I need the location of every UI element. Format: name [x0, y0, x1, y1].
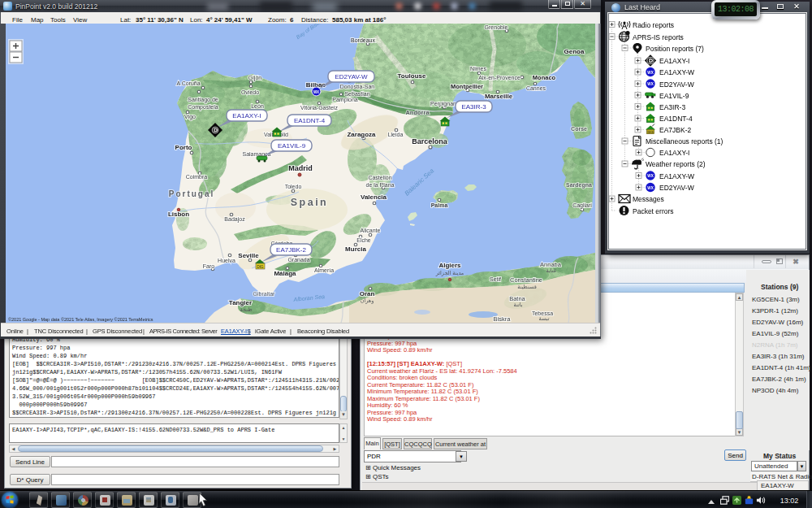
svg-text:Oviedo: Oviedo — [241, 89, 259, 95]
svg-text:EA1VIL-9: EA1VIL-9 — [659, 92, 689, 100]
svg-text:عنابة: عنابة — [546, 267, 556, 273]
svg-text:تبسة: تبسة — [538, 315, 549, 321]
svg-text:EA1AXY-I: EA1AXY-I — [232, 112, 261, 119]
svg-text:Aix-en-Provence: Aix-en-Provence — [478, 75, 520, 80]
svg-text:Santiago de: Santiago de — [188, 97, 218, 103]
svg-text:Setif: Setif — [490, 276, 501, 282]
svg-text:Almería: Almería — [314, 267, 334, 273]
svg-text:Huelva: Huelva — [218, 258, 235, 263]
svg-text:Vitoria-Gasteiz: Vitoria-Gasteiz — [300, 105, 338, 111]
svg-text:Málaga: Málaga — [274, 270, 296, 277]
svg-text:EA1VIL-9: EA1VIL-9 — [278, 142, 306, 150]
svg-text:Sardegna: Sardegna — [566, 182, 592, 189]
svg-text:Andorra: Andorra — [405, 109, 430, 116]
svg-text:Zaragoza: Zaragoza — [347, 131, 376, 138]
svg-text:باتنة: باتنة — [513, 302, 522, 307]
svg-text:Oran: Oran — [360, 290, 375, 297]
svg-text:Badajoz: Badajoz — [224, 216, 245, 223]
svg-text:Cannes: Cannes — [526, 85, 546, 91]
svg-text:قسنطينة: قسنطينة — [517, 284, 537, 289]
svg-text:EA1DNT-4: EA1DNT-4 — [294, 117, 326, 124]
svg-text:Compostela: Compostela — [188, 104, 218, 111]
svg-text:Marseille: Marseille — [485, 93, 513, 100]
svg-text:EA1AXY-W: EA1AXY-W — [659, 172, 694, 180]
svg-text:Elche: Elche — [356, 237, 371, 243]
svg-text:EA1AXY-I: EA1AXY-I — [659, 57, 690, 65]
svg-text:Packet errors: Packet errors — [633, 207, 674, 215]
svg-text:Radio reports: Radio reports — [633, 21, 674, 29]
svg-text:WX: WX — [313, 90, 319, 94]
svg-text:Biskra: Biskra — [494, 315, 512, 323]
svg-text:Perpignan: Perpignan — [430, 101, 456, 107]
svg-text:APRS-IS reports: APRS-IS reports — [633, 33, 684, 41]
svg-text:Genoa: Genoa — [564, 48, 585, 55]
svg-text:Monaco: Monaco — [533, 74, 556, 81]
svg-text:Gibraltar: Gibraltar — [253, 291, 276, 297]
svg-text:©2021 Google - Map data ©2021: ©2021 Google - Map data ©2021 Tele Atlas… — [8, 317, 153, 322]
svg-text:Lisbon: Lisbon — [168, 211, 189, 218]
svg-text:Cagliari: Cagliari — [572, 202, 592, 209]
svg-text:EA1AXY-I: EA1AXY-I — [659, 149, 690, 157]
svg-text:وهران: وهران — [361, 297, 374, 304]
svg-text:EA1AXY-W: EA1AXY-W — [659, 68, 694, 76]
svg-text:Sebastian: Sebastian — [344, 91, 369, 97]
svg-text:Castellón: Castellón — [368, 175, 391, 180]
svg-text:Murcia: Murcia — [345, 245, 366, 253]
svg-text:Seville: Seville — [238, 252, 259, 259]
svg-text:Coimbra: Coimbra — [186, 174, 208, 180]
svg-text:de la Plana: de la Plana — [365, 182, 394, 188]
svg-text:Valencia: Valencia — [361, 193, 387, 201]
svg-text:Bordeaux: Bordeaux — [351, 37, 375, 43]
svg-text:Granada: Granada — [287, 257, 309, 263]
svg-text:EA7JBK-2: EA7JBK-2 — [659, 126, 691, 134]
svg-text:Constantine: Constantine — [510, 276, 542, 284]
svg-text:DIG: DIG — [647, 130, 653, 134]
svg-text:Alicante: Alicante — [361, 228, 381, 233]
svg-text:EA7JBK-2: EA7JBK-2 — [276, 246, 306, 254]
svg-text:Donostia-San: Donostia-San — [340, 84, 375, 89]
svg-text:Porto: Porto — [175, 144, 192, 151]
svg-text:León: León — [251, 103, 264, 109]
svg-text:Spain: Spain — [291, 197, 329, 208]
svg-text:Nimes: Nimes — [470, 66, 486, 72]
svg-text:A Coruña: A Coruña — [176, 80, 200, 86]
svg-text:ED2YAV-W: ED2YAV-W — [659, 184, 694, 192]
svg-text:Gijón: Gijón — [248, 75, 261, 81]
svg-text:Barcelona: Barcelona — [412, 137, 448, 145]
svg-text:ED2YAV-W: ED2YAV-W — [335, 73, 368, 80]
svg-text:Miscellaneous reports (1): Miscellaneous reports (1) — [646, 137, 723, 145]
svg-text:Toulouse: Toulouse — [398, 72, 427, 80]
svg-text:Vigo: Vigo — [184, 114, 196, 120]
svg-text:ED2YAV-W: ED2YAV-W — [659, 80, 694, 89]
svg-text:DIG: DIG — [257, 265, 264, 269]
svg-text:Montpellier: Montpellier — [451, 83, 483, 90]
svg-text:EA3IR-3: EA3IR-3 — [461, 103, 486, 111]
svg-text:Messages: Messages — [633, 195, 664, 203]
svg-text:Algiers: Algiers — [438, 262, 461, 269]
svg-text:Faro: Faro — [203, 263, 215, 269]
svg-text:Pamplona: Pamplona — [332, 97, 358, 103]
svg-text:Position reports (7): Position reports (7) — [646, 45, 704, 53]
svg-text:Portugal: Portugal — [169, 189, 215, 198]
svg-text:Madrid: Madrid — [288, 164, 313, 172]
svg-text:Lleida: Lleida — [388, 132, 404, 137]
svg-text:Grenoble: Grenoble — [485, 24, 508, 30]
svg-text:Toledo: Toledo — [285, 184, 302, 189]
svg-text:مدينة الجزائر: مدينة الجزائر — [435, 270, 464, 276]
svg-text:Tangier: Tangier — [229, 299, 252, 306]
svg-text:EA3IR-3: EA3IR-3 — [659, 103, 685, 111]
svg-text:طنجة: طنجة — [240, 306, 253, 312]
svg-text:Palma: Palma — [431, 202, 448, 208]
svg-text:Weather reports (2): Weather reports (2) — [646, 160, 706, 168]
svg-text:Corse: Corse — [571, 126, 587, 132]
svg-text:EA1DNT-4: EA1DNT-4 — [659, 115, 693, 123]
